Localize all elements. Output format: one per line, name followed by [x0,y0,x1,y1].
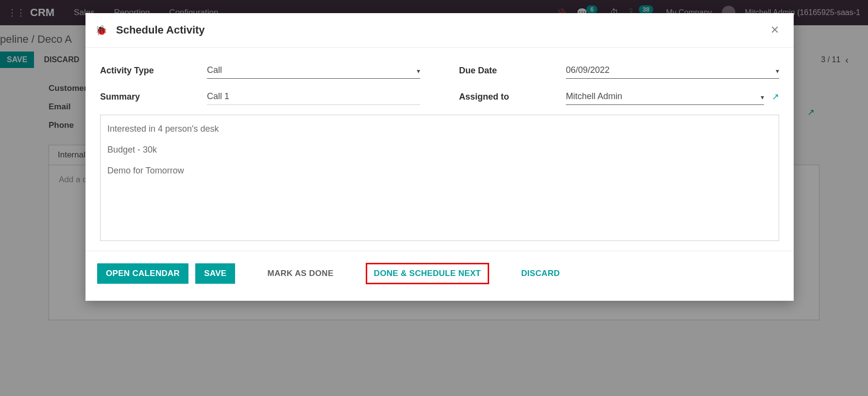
notes-line: Budget - 30k [107,145,772,155]
assigned-to-select[interactable] [566,88,764,105]
close-button[interactable]: ✕ [770,24,779,36]
activity-type-select[interactable] [207,62,420,79]
external-link-icon[interactable]: ↗ [772,91,779,102]
bug-icon[interactable]: 🐞 [95,24,107,36]
open-calendar-button[interactable]: OPEN CALENDAR [97,263,188,284]
summary-input[interactable] [207,88,420,105]
due-date-input[interactable] [566,62,779,79]
done-schedule-next-button[interactable]: DONE & SCHEDULE NEXT [366,263,489,284]
due-date-label: Due Date [459,66,566,76]
assigned-label: Assigned to [459,92,566,102]
schedule-activity-modal: 🐞 Schedule Activity ✕ Activity Type ▾ Du… [85,13,794,301]
discard-button[interactable]: DISCARD [512,263,569,284]
activity-type-label: Activity Type [100,66,207,76]
notes-textarea[interactable]: Interested in 4 person's desk Budget - 3… [100,115,779,241]
notes-line: Demo for Tomorrow [107,166,772,176]
modal-title: Schedule Activity [116,24,205,36]
summary-label: Summary [100,92,207,102]
save-button[interactable]: SAVE [195,263,235,284]
mark-as-done-button[interactable]: MARK AS DONE [258,263,342,284]
notes-line: Interested in 4 person's desk [107,124,772,134]
